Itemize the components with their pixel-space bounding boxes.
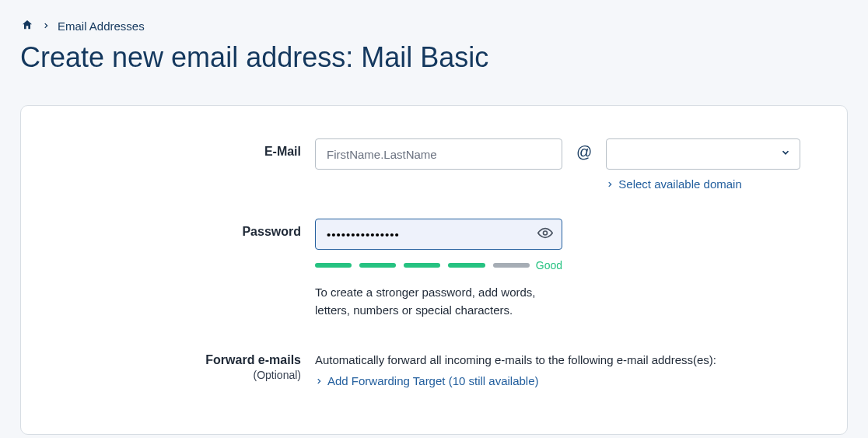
password-input[interactable] (315, 219, 562, 250)
chevron-right-icon (606, 180, 614, 189)
select-domain-link[interactable]: Select available domain (618, 177, 741, 191)
toggle-password-visibility[interactable] (534, 223, 556, 247)
strength-bar (493, 263, 530, 268)
domain-select[interactable] (606, 138, 800, 170)
strength-bar (359, 263, 396, 268)
eye-icon (537, 226, 553, 244)
email-local-input[interactable] (315, 138, 562, 170)
email-label: E-Mail (264, 145, 301, 158)
strength-bar (315, 263, 352, 268)
password-strength-meter: Good (315, 259, 562, 272)
breadcrumb: Email Addresses (20, 19, 848, 33)
home-icon (20, 20, 34, 33)
add-forwarding-target-link[interactable]: Add Forwarding Target (10 still availabl… (327, 374, 539, 387)
form-card: E-Mail @ (20, 105, 848, 435)
strength-bar (448, 263, 485, 268)
strength-bar (404, 263, 440, 268)
chevron-right-icon (42, 19, 50, 33)
password-label: Password (242, 225, 301, 238)
password-hint: To create a stronger password, add words… (315, 284, 564, 319)
breadcrumb-home-link[interactable] (20, 19, 34, 33)
chevron-right-icon (315, 377, 323, 386)
breadcrumb-email-addresses[interactable]: Email Addresses (58, 19, 145, 33)
svg-point-0 (544, 231, 548, 235)
at-symbol: @ (576, 138, 592, 161)
page-title: Create new email address: Mail Basic (20, 41, 848, 74)
forward-optional: (Optional) (68, 369, 301, 381)
forward-description: Automatically forward all incoming e-mai… (315, 353, 800, 366)
forward-label: Forward e-mails (205, 353, 301, 366)
password-strength-label: Good (536, 259, 562, 272)
